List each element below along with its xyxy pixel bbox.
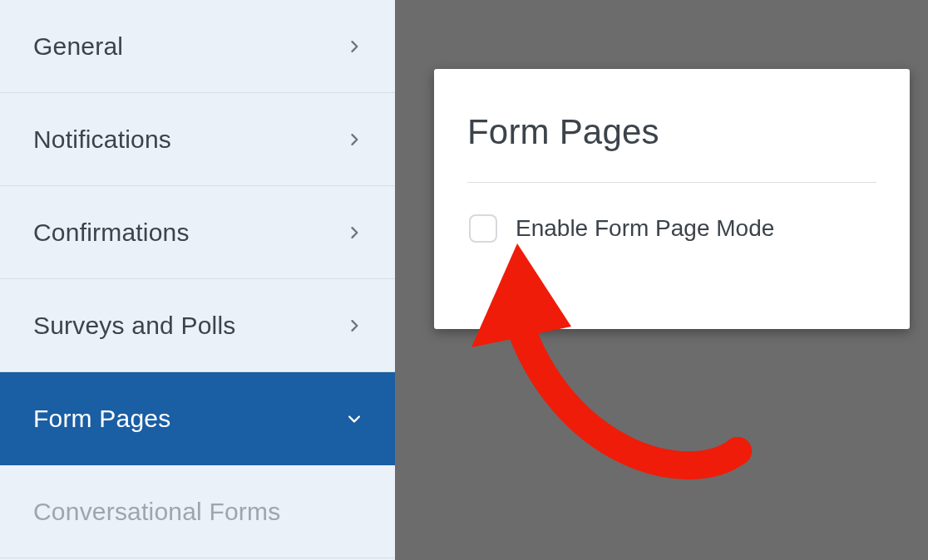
chevron-right-icon xyxy=(345,224,363,242)
sidebar-item-label: Form Pages xyxy=(33,405,170,433)
app-stage: General Notifications Confirmations Surv… xyxy=(0,0,928,560)
enable-form-page-mode-checkbox[interactable] xyxy=(469,214,497,243)
sidebar-item-confirmations[interactable]: Confirmations xyxy=(0,186,395,279)
sidebar-item-label: Surveys and Polls xyxy=(33,312,236,340)
sidebar-item-notifications[interactable]: Notifications xyxy=(0,93,395,186)
chevron-right-icon xyxy=(345,37,363,56)
chevron-down-icon xyxy=(345,410,363,428)
sidebar-item-label: Notifications xyxy=(33,125,171,154)
settings-sidebar: General Notifications Confirmations Surv… xyxy=(0,0,395,560)
sidebar-item-conversational-forms[interactable]: Conversational Forms xyxy=(0,465,395,558)
sidebar-item-surveys-and-polls[interactable]: Surveys and Polls xyxy=(0,279,395,372)
chevron-right-icon xyxy=(345,130,363,149)
chevron-right-icon xyxy=(345,317,363,335)
sidebar-item-general[interactable]: General xyxy=(0,0,395,93)
panel-divider xyxy=(467,182,876,183)
form-pages-panel: Form Pages Enable Form Page Mode xyxy=(434,69,910,329)
sidebar-item-label: General xyxy=(33,32,123,61)
svg-point-1 xyxy=(723,437,752,465)
sidebar-item-form-pages[interactable]: Form Pages xyxy=(0,372,395,465)
sidebar-item-label: Conversational Forms xyxy=(33,498,280,526)
enable-form-page-mode-label: Enable Form Page Mode xyxy=(516,215,774,242)
content-area: Form Pages Enable Form Page Mode xyxy=(395,0,928,560)
panel-title: Form Pages xyxy=(467,112,876,152)
sidebar-item-label: Confirmations xyxy=(33,219,190,247)
enable-form-page-mode-row: Enable Form Page Mode xyxy=(467,214,876,243)
